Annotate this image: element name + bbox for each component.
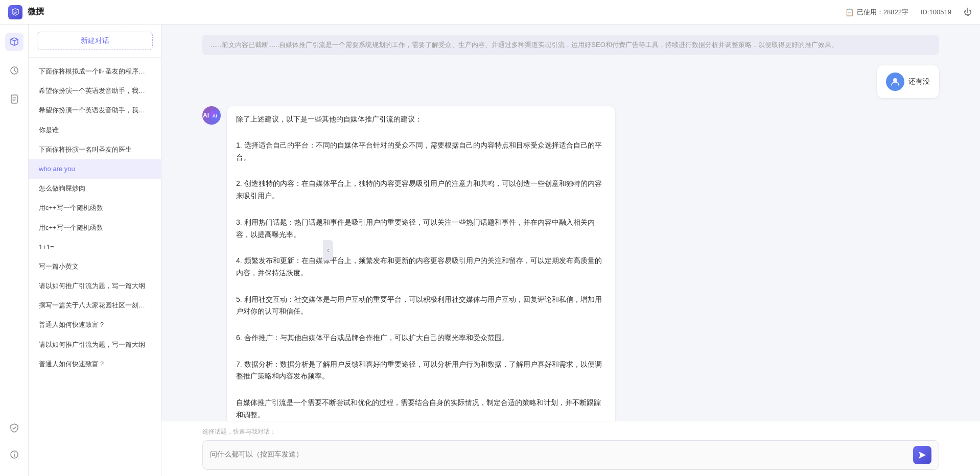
sidebar-item[interactable]: 请以如何推广引流为题，写一篇大纲 (29, 335, 161, 354)
new-chat-button[interactable]: 新建对话 (37, 32, 153, 50)
ai-message-row: AI 除了上述建议，以下是一些其他的自媒体推广引流的建议：1. 选择适合自己的平… (161, 106, 980, 421)
app-title: 微撰 (28, 7, 44, 17)
sidebar-item[interactable]: 撰写一篇关于八大家花园社区一刻钟便民生... (29, 296, 161, 315)
sidebar-item[interactable]: 希望你扮演一个英语发音助手，我提供给你... (29, 101, 161, 120)
sidebar-item[interactable]: 下面你将模拟成一个叫圣友的程序员，我说... (29, 62, 161, 81)
user-message-text: 还有没 (908, 76, 930, 88)
header-left: 微撰 (8, 5, 44, 19)
sidebar-item[interactable]: 请以如何推广引流为题，写一篇大纲 (29, 276, 161, 296)
ai-message-bubble: 除了上述建议，以下是一些其他的自媒体推广引流的建议：1. 选择适合自己的平台：不… (227, 106, 615, 421)
logo-icon (8, 5, 22, 19)
sidebar-item[interactable]: 希望你扮演一个英语发音助手，我提供给你... (29, 81, 161, 101)
chat-input[interactable] (210, 450, 908, 460)
svg-point-3 (14, 453, 15, 454)
icon-bar-info[interactable] (5, 445, 24, 464)
sidebar-item[interactable]: 怎么做狗屎炒肉 (29, 179, 161, 198)
chat-messages: ......前文内容已截断......自媒体推广引流是一个需要系统规划的工作，需… (161, 25, 980, 421)
header-right: 📋 已使用：28822字 ID:100519 ⏻ (845, 8, 972, 17)
input-container (202, 440, 939, 470)
sidebar-list: 下面你将模拟成一个叫圣友的程序员，我说...希望你扮演一个英语发音助手，我提供给… (29, 58, 161, 476)
svg-point-4 (893, 78, 897, 82)
svg-text:AI: AI (213, 113, 217, 118)
chat-input-area: 选择话题，快速与我对话： (161, 421, 980, 476)
sidebar-toggle[interactable]: ‹ (323, 240, 333, 260)
chat-area: ......前文内容已截断......自媒体推广引流是一个需要系统规划的工作，需… (161, 25, 980, 476)
power-icon[interactable]: ⏻ (964, 8, 972, 17)
usage-info: 📋 已使用：28822字 (845, 8, 908, 17)
sidebar-item[interactable]: 用c++写一个随机函数 (29, 198, 161, 218)
id-label: ID:100519 (921, 8, 951, 16)
sidebar-item[interactable]: 写一篇小黄文 (29, 257, 161, 276)
sidebar-item[interactable]: 普通人如何快速致富？ (29, 315, 161, 335)
quick-select-label: 选择话题，快速与我对话： (202, 427, 939, 436)
user-message-bubble: 还有没 (877, 65, 939, 98)
icon-bar (0, 25, 29, 476)
icon-bar-box[interactable] (5, 33, 24, 51)
usage-icon: 📋 (845, 8, 854, 16)
icon-bar-clock[interactable] (5, 61, 24, 80)
sidebar: 新建对话 下面你将模拟成一个叫圣友的程序员，我说...希望你扮演一个英语发音助手… (29, 25, 161, 476)
icon-bar-document[interactable] (5, 90, 24, 108)
truncated-text: ......前文内容已截断......自媒体推广引流是一个需要系统规划的工作，需… (211, 40, 931, 50)
sidebar-item[interactable]: 1+1= (29, 237, 161, 257)
ai-avatar: AI (202, 106, 221, 125)
sidebar-item[interactable]: 用c++写一个随机函数 (29, 218, 161, 237)
sidebar-header: 新建对话 (29, 25, 161, 58)
user-avatar (886, 73, 904, 91)
sidebar-item[interactable]: who are you (29, 159, 161, 179)
header: 微撰 📋 已使用：28822字 ID:100519 ⏻ (0, 0, 980, 25)
sidebar-item[interactable]: 普通人如何快速致富？ (29, 354, 161, 374)
sidebar-item[interactable]: 下面你将扮演一名叫圣友的医生 (29, 140, 161, 159)
icon-bar-shield[interactable] (5, 419, 24, 437)
usage-label: 已使用：28822字 (857, 8, 908, 17)
send-button[interactable] (913, 446, 931, 464)
truncated-indicator: ......前文内容已截断......自媒体推广引流是一个需要系统规划的工作，需… (202, 35, 939, 55)
main-layout: 新建对话 下面你将模拟成一个叫圣友的程序员，我说...希望你扮演一个英语发音助手… (0, 25, 980, 476)
sidebar-item[interactable]: 你是谁 (29, 121, 161, 140)
user-message-row: 还有没 (161, 65, 980, 98)
